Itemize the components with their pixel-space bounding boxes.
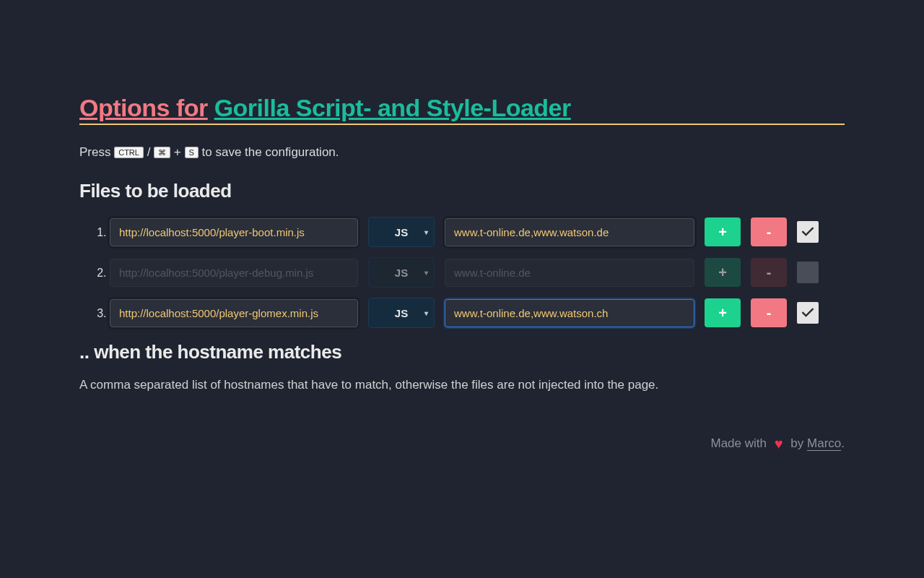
- hostname-heading: .. when the hostname matches: [79, 341, 845, 363]
- chevron-down-icon: ▾: [424, 269, 428, 277]
- files-heading: Files to be loaded: [79, 180, 845, 202]
- check-icon: [801, 306, 815, 320]
- enable-checkbox[interactable]: [797, 221, 819, 243]
- hostname-input[interactable]: [445, 218, 694, 246]
- kbd-ctrl: CTRL: [114, 147, 144, 158]
- file-row: JS▾+-: [110, 217, 845, 247]
- title-part-1: Options for: [79, 94, 208, 121]
- footer: Made with ♥ by Marco.: [79, 436, 845, 452]
- file-url-input[interactable]: [110, 259, 358, 287]
- file-url-input[interactable]: [110, 218, 358, 246]
- heart-icon: ♥: [770, 436, 788, 452]
- title-part-2: Gorilla Script- and Style-Loader: [214, 94, 571, 121]
- remove-row-button[interactable]: -: [751, 217, 787, 246]
- enable-checkbox[interactable]: [797, 302, 819, 324]
- chevron-down-icon: ▾: [424, 228, 428, 236]
- file-type-select[interactable]: JS▾: [368, 257, 435, 288]
- enable-checkbox[interactable]: [797, 262, 819, 283]
- page-title: Options for Gorilla Script- and Style-Lo…: [79, 94, 845, 125]
- hostname-description: A comma separated list of hostnames that…: [79, 378, 845, 392]
- chevron-down-icon: ▾: [424, 309, 428, 317]
- file-row: JS▾+-: [110, 257, 845, 288]
- hostname-input[interactable]: [445, 299, 694, 327]
- hostname-input[interactable]: [445, 259, 694, 287]
- save-instructions: Press CTRL / ⌘ + S to save the configura…: [79, 145, 845, 160]
- add-row-button[interactable]: +: [705, 298, 741, 327]
- file-row: JS▾+-: [110, 298, 845, 328]
- file-type-select[interactable]: JS▾: [368, 298, 435, 328]
- remove-row-button[interactable]: -: [751, 298, 787, 327]
- file-url-input[interactable]: [110, 299, 358, 327]
- remove-row-button[interactable]: -: [751, 258, 787, 287]
- check-icon: [801, 225, 815, 239]
- add-row-button[interactable]: +: [705, 217, 741, 246]
- files-list: JS▾+-JS▾+-JS▾+-: [79, 217, 845, 328]
- kbd-s: S: [185, 147, 199, 158]
- kbd-cmd: ⌘: [154, 147, 170, 158]
- file-type-select[interactable]: JS▾: [368, 217, 435, 247]
- add-row-button[interactable]: +: [705, 258, 741, 287]
- author-link[interactable]: Marco: [807, 436, 841, 451]
